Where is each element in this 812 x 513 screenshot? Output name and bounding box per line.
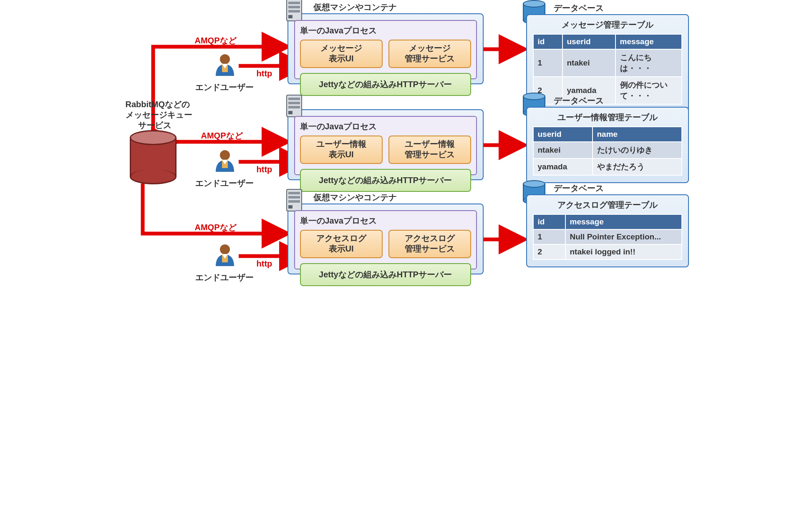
table-header: id [533, 214, 565, 229]
db-table: id userid message 1ntakeiこんにちは・・・ 2yamad… [533, 34, 682, 105]
end-user-icon: エンドユーザー [210, 242, 240, 283]
svg-point-4 [220, 244, 230, 254]
vm-container: 単一のJavaプロセス ユーザー情報表示UI ユーザー情報管理サービス Jett… [287, 109, 484, 180]
protocol-label-http: http [257, 165, 272, 174]
db-table-panel: データベース ユーザー情報管理テーブル userid name ntakeiたけ… [526, 107, 689, 183]
db-table-panel: データベース アクセスログ管理テーブル id message 1Null Poi… [526, 194, 689, 267]
vm-title: 仮想マシンやコンテナ [313, 2, 397, 13]
database-label: データベース [554, 95, 604, 106]
db-table: id message 1Null Pointer Exception... 2n… [533, 214, 682, 260]
java-process-box: 単一のJavaプロセス メッセージ表示UI メッセージ管理サービス Jettyな… [294, 20, 477, 79]
svg-rect-9 [288, 10, 300, 13]
table-row: yamadaやまだたろう [533, 158, 682, 175]
table-row: 1Null Pointer Exception... [533, 229, 682, 244]
svg-rect-8 [288, 6, 300, 8]
db-table-panel: データベース メッセージ管理テーブル id userid message 1nt… [526, 14, 689, 112]
service-component-box: アクセスログ管理サービス [388, 230, 471, 258]
service-component-box: ユーザー情報管理サービス [388, 136, 471, 164]
table-header: message [565, 214, 682, 229]
svg-rect-15 [288, 111, 293, 114]
message-queue-cylinder-icon [130, 130, 177, 184]
database-label: データベース [554, 3, 604, 14]
db-table-title: アクセスログ管理テーブル [533, 199, 682, 211]
svg-rect-14 [288, 106, 300, 108]
svg-rect-12 [288, 98, 300, 100]
table-row: 2ntakei logged in!! [533, 244, 682, 259]
svg-rect-17 [288, 192, 300, 194]
java-process-box: 単一のJavaプロセス アクセスログ表示UI アクセスログ管理サービス Jett… [294, 210, 477, 269]
svg-rect-13 [288, 102, 300, 104]
table-header: userid [562, 34, 615, 49]
protocol-label-amqp: AMQPなど [195, 35, 237, 46]
java-process-box: 単一のJavaプロセス ユーザー情報表示UI ユーザー情報管理サービス Jett… [294, 116, 477, 175]
vm-container: 仮想マシンやコンテナ 単一のJavaプロセス メッセージ表示UI メッセージ管理… [287, 13, 484, 84]
ui-component-box: メッセージ表示UI [300, 40, 383, 68]
message-queue-label: RabbitMQなどの メッセージキュー サービス [126, 99, 184, 131]
protocol-label-amqp: AMQPなど [195, 222, 237, 233]
svg-rect-19 [288, 200, 300, 203]
svg-point-2 [220, 150, 230, 160]
svg-point-0 [220, 54, 230, 64]
table-row: 1ntakeiこんにちは・・・ [533, 49, 682, 77]
db-table-title: ユーザー情報管理テーブル [533, 112, 682, 123]
table-row: ntakeiたけいのりゆき [533, 142, 682, 158]
db-table-title: メッセージ管理テーブル [533, 19, 682, 30]
end-user-icon: エンドユーザー [210, 52, 240, 93]
table-header: userid [533, 127, 593, 142]
table-header: name [593, 127, 682, 142]
end-user-label: エンドユーザー [195, 178, 254, 189]
java-process-title: 単一のJavaプロセス [300, 215, 471, 226]
db-table: userid name ntakeiたけいのりゆき yamadaやまだたろう [533, 126, 682, 176]
end-user-label: エンドユーザー [195, 272, 254, 283]
database-label: データベース [554, 183, 604, 194]
vm-container: 仮想マシンやコンテナ 単一のJavaプロセス アクセスログ表示UI アクセスログ… [287, 204, 484, 274]
table-header: id [533, 34, 562, 49]
svg-rect-10 [288, 15, 293, 18]
service-component-box: メッセージ管理サービス [388, 40, 471, 68]
svg-rect-18 [288, 196, 300, 199]
svg-rect-20 [288, 205, 293, 209]
http-server-box: Jettyなどの組み込みHTTPサーバー [300, 73, 471, 96]
ui-component-box: アクセスログ表示UI [300, 230, 383, 258]
svg-rect-7 [288, 2, 300, 4]
java-process-title: 単一のJavaプロセス [300, 121, 471, 132]
java-process-title: 単一のJavaプロセス [300, 25, 471, 36]
http-server-box: Jettyなどの組み込みHTTPサーバー [300, 263, 471, 286]
end-user-icon: エンドユーザー [210, 148, 240, 189]
end-user-label: エンドユーザー [195, 82, 254, 93]
protocol-label-amqp: AMQPなど [201, 130, 243, 141]
http-server-box: Jettyなどの組み込みHTTPサーバー [300, 169, 471, 192]
ui-component-box: ユーザー情報表示UI [300, 136, 383, 164]
protocol-label-http: http [257, 259, 272, 269]
protocol-label-http: http [257, 69, 272, 78]
table-header: message [615, 34, 682, 49]
vm-title: 仮想マシンやコンテナ [313, 192, 397, 203]
